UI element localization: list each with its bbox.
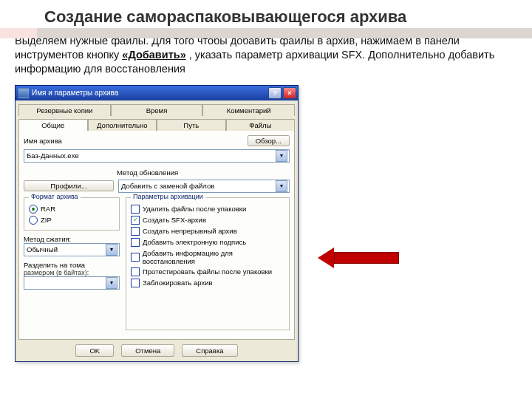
tab-general[interactable]: Общие — [18, 119, 88, 131]
header-decoration — [0, 28, 532, 38]
update-method-select[interactable]: Добавить с заменой файлов — [118, 180, 290, 193]
ok-button[interactable]: OK — [75, 344, 114, 357]
help-button[interactable]: ? — [268, 87, 282, 99]
split-label-2: размером (в байтах): — [24, 269, 120, 276]
tab-files[interactable]: Файлы — [226, 119, 296, 131]
opt-sign[interactable]: Добавить электронную подпись — [131, 238, 284, 247]
format-group: Формат архива RAR ZIP — [24, 197, 120, 231]
tab-backup[interactable]: Резервные копии — [18, 104, 111, 116]
tab-advanced[interactable]: Дополнительно — [88, 119, 157, 131]
callout-arrow — [318, 248, 399, 268]
intro-bold: «Добавить» — [122, 49, 185, 61]
archive-dialog: Имя и параметры архива ? × Резервные коп… — [15, 85, 299, 362]
format-rar-label: RAR — [41, 205, 55, 213]
tab-comment[interactable]: Комментарий — [202, 104, 295, 116]
checkbox-icon — [131, 227, 140, 236]
update-method-value: Добавить с заменой файлов — [121, 182, 214, 190]
archive-name-label: Имя архива — [24, 137, 62, 145]
params-group: Параметры архивации Удалить файлы после … — [126, 197, 290, 330]
dialog-title: Имя и параметры архива — [32, 89, 118, 97]
format-rar[interactable]: RAR — [29, 205, 115, 214]
opt-recovery[interactable]: Добавить информацию для восстановления — [131, 249, 284, 265]
help-dialog-button[interactable]: Справка — [182, 344, 237, 357]
compress-method-value: Обычный — [27, 245, 58, 253]
screenshot-stage: Имя и параметры архива ? × Резервные коп… — [15, 85, 414, 362]
opt-sfx[interactable]: Создать SFX-архив — [131, 216, 284, 225]
format-legend: Формат архива — [29, 193, 81, 200]
tab-panel-general: Имя архива Обзор... Баз-Данных.exe Метод… — [18, 130, 295, 340]
opt-lock[interactable]: Заблокировать архив — [131, 279, 284, 287]
params-legend: Параметры архивации — [131, 193, 205, 200]
slide-title: Создание самораспаковывающегося архива — [44, 7, 517, 27]
slide-header: Создание самораспаковывающегося архива — [0, 0, 532, 31]
format-zip[interactable]: ZIP — [29, 216, 115, 225]
checkbox-icon — [131, 253, 140, 262]
tab-time[interactable]: Время — [111, 104, 203, 116]
archive-name-value: Баз-Данных.exe — [27, 151, 79, 160]
tab-row-top: Резервные копии Время Комментарий — [16, 100, 298, 115]
browse-button[interactable]: Обзор... — [248, 135, 290, 146]
checkbox-icon — [131, 238, 140, 247]
tab-row-bottom: Общие Дополнительно Путь Файлы — [16, 115, 298, 130]
update-method-label: Метод обновления — [117, 168, 178, 177]
compress-method-label: Метод сжатия: — [24, 235, 120, 243]
dialog-button-row: OK Отмена Справка — [16, 340, 298, 361]
radio-icon — [29, 216, 38, 225]
checkbox-icon — [131, 279, 140, 287]
radio-icon — [29, 205, 38, 214]
intro-text: Выделяем нужные файлы. Для того чтобы до… — [0, 31, 532, 85]
profiles-button[interactable]: Профили... — [24, 180, 114, 191]
app-icon — [18, 88, 29, 98]
opt-test[interactable]: Протестировать файлы после упаковки — [131, 267, 284, 276]
cancel-button[interactable]: Отмена — [121, 344, 174, 357]
split-label-1: Разделить на тома — [24, 261, 120, 269]
tab-path[interactable]: Путь — [157, 119, 226, 131]
titlebar[interactable]: Имя и параметры архива ? × — [16, 86, 298, 100]
split-size-select[interactable] — [24, 276, 120, 290]
compress-method-select[interactable]: Обычный — [24, 243, 120, 256]
checkbox-icon — [131, 267, 140, 276]
archive-name-input[interactable]: Баз-Данных.exe — [24, 149, 290, 163]
checkbox-icon — [131, 216, 140, 225]
checkbox-icon — [131, 205, 140, 214]
opt-delete-after[interactable]: Удалить файлы после упаковки — [131, 205, 284, 214]
format-zip-label: ZIP — [41, 216, 52, 224]
close-button[interactable]: × — [283, 87, 296, 99]
opt-solid[interactable]: Создать непрерывный архив — [131, 227, 284, 236]
